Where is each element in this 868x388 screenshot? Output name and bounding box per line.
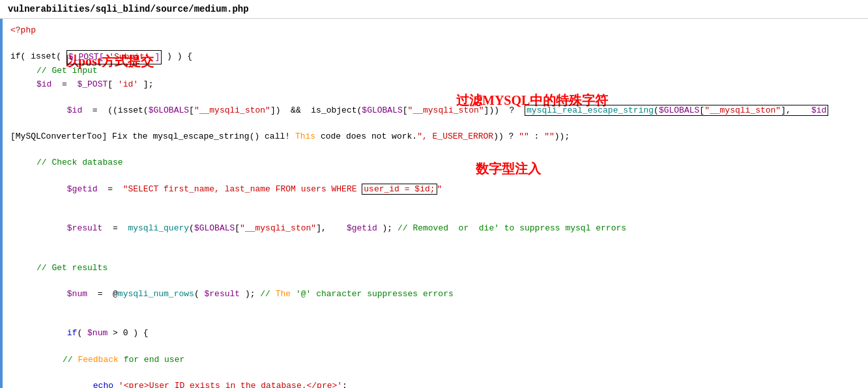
code-line-2 <box>0 37 868 50</box>
code-line-6: $id = ((isset($GLOBALS["__mysqli_ston"])… <box>0 91 868 130</box>
user-id-box: user_id = $id; <box>362 184 437 195</box>
code-line-9: // Check database <box>0 156 868 169</box>
code-container: 以post方式提交 过滤MYSQL中的特殊字符 数字型注入 <?php if( … <box>0 19 868 388</box>
title-bar: vulnerabilities/sqli_blind/source/medium… <box>0 0 868 19</box>
code-line-14: $num = @mysqli_num_rows( $result ); // T… <box>0 275 868 314</box>
code-line-1: <?php <box>0 24 868 37</box>
escape-string-box: mysqli_real_escape_string($GLOBALS["__my… <box>525 105 828 116</box>
code-line-11: $result = mysqli_query($GLOBALS["__mysql… <box>0 209 868 248</box>
post-submit-box: $_POST[ 'Submit' ] <box>66 50 162 64</box>
code-line-17: echo '<pre>User ID exists in the databas… <box>0 367 868 388</box>
code-line-16: // Feedback for end user <box>0 353 868 367</box>
code-line-4: // Get input <box>0 64 868 77</box>
code-line-15: if( $num > 0 ) { <box>0 314 868 353</box>
code-line-3: if( isset( $_POST[ 'Submit' ] ) ) { <box>0 50 868 64</box>
file-path: vulnerabilities/sqli_blind/source/medium… <box>8 4 249 14</box>
code-line-5: $id = $_POST[ 'id' ]; <box>0 78 868 91</box>
code-line-7: [MySQLConverterToo] Fix the mysql_escape… <box>0 130 868 143</box>
code-line-8 <box>0 143 868 156</box>
code-line-12 <box>0 248 868 261</box>
code-line-13: // Get results <box>0 262 868 275</box>
code-line-10: $getid = "SELECT first_name, last_name F… <box>0 170 868 209</box>
